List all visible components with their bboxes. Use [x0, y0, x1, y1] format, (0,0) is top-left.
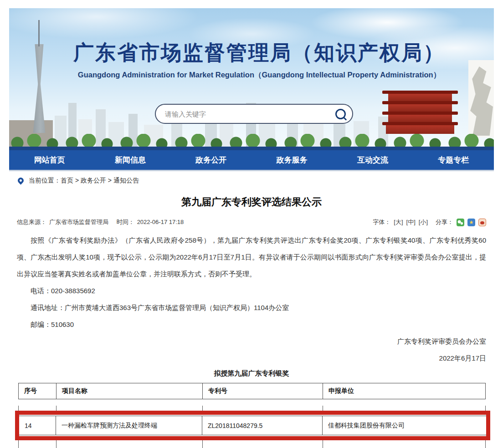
table-next-row-edge — [18, 440, 486, 448]
nav-item-gov-disclosure[interactable]: 政务公开 — [171, 150, 252, 170]
nav-item-news[interactable]: 新闻信息 — [90, 150, 170, 170]
location-pin-icon — [16, 176, 25, 184]
site-title-english: Guangdong Administration for Market Regu… — [9, 70, 494, 80]
pavilion-floor — [388, 94, 452, 101]
nav-item-home[interactable]: 网站首页 — [9, 150, 90, 170]
red-pavilion-graphic — [385, 91, 455, 134]
contact-phone-line: 电话：020-38835692 — [17, 282, 486, 299]
contact-postcode-line: 邮编：510630 — [17, 316, 486, 333]
article-content: 当前位置： 首页 > 政务公开 > 通知公告 第九届广东专利奖评选结果公示 信息… — [0, 170, 503, 448]
breadcrumb-path[interactable]: 首页 > 政务公开 > 通知公告 — [61, 177, 139, 185]
font-size-large-button[interactable]: [大] — [394, 218, 403, 226]
font-size-label: 字体： — [373, 218, 390, 226]
pavilion-roof — [382, 112, 458, 115]
signature-date: 2022年6月17日 — [17, 350, 486, 367]
column-header-index: 序号 — [19, 383, 56, 399]
source-label: 信息来源： — [17, 219, 46, 225]
pavilion-roof — [382, 91, 458, 94]
table-header-row: 序号 项目名称 专利号 申报单位 — [18, 383, 486, 399]
article-meta-right: 字体： [大] [中] [小] 分享： — [373, 218, 486, 226]
nav-item-interaction[interactable]: 互动交流 — [332, 150, 413, 170]
article-paragraph: 按照《广东省专利奖励办法》（广东省人民政府令258号），第九届广东专利奖共评选出… — [17, 232, 486, 282]
breadcrumb-label: 当前位置： — [29, 177, 61, 185]
site-banner: 广东省市场监督管理局（知识产权局） Guangdong Administrati… — [9, 8, 494, 150]
cell-patent-number: ZL201811048279.5 — [202, 416, 323, 435]
column-header-project-name: 项目名称 — [56, 383, 203, 399]
font-size-medium-button[interactable]: [中] — [406, 218, 416, 226]
source-value: 广东省市场监督管理局 — [49, 219, 108, 225]
table-title: 拟授第九届广东专利银奖 — [17, 369, 486, 378]
share-label: 分享： — [436, 218, 453, 226]
pavilion-floor — [388, 115, 452, 122]
banner-bottom-strip — [9, 147, 494, 150]
article-meta-bar: 信息来源：广东省市场监督管理局 时间：2022-06-17 17:18 字体： … — [17, 218, 486, 226]
search-icon[interactable] — [335, 109, 346, 119]
column-header-applicant: 申报单位 — [323, 383, 486, 399]
font-size-small-button[interactable]: [小] — [419, 218, 428, 226]
article-body: 按照《广东省专利奖励办法》（广东省人民政府令258号），第九届广东专利奖共评选出… — [17, 232, 486, 333]
column-header-patent-number: 专利号 — [203, 383, 323, 399]
cell-index: 14 — [19, 416, 56, 435]
cell-project-name: 一种漏检车牌预测方法及处理终端 — [56, 416, 202, 435]
nav-item-special-topics[interactable]: 专题专栏 — [413, 150, 494, 170]
page-title: 第九届广东专利奖评选结果公示 — [17, 195, 486, 209]
site-title: 广东省市场监督管理局（知识产权局） — [9, 39, 494, 66]
qzone-share-icon[interactable] — [467, 219, 475, 226]
main-navigation: 网站首页 新闻信息 政务公开 政务服务 互动交流 专题专栏 — [9, 150, 494, 170]
pavilion-roof — [382, 101, 458, 104]
cell-applicant: 佳都科技集团股份有限公司 — [323, 416, 486, 435]
article-meta-left: 信息来源：广东省市场监督管理局 时间：2022-06-17 17:18 — [17, 218, 186, 226]
pavilion-floor — [388, 104, 452, 112]
table-row-gap — [18, 399, 486, 411]
breadcrumb: 当前位置： 首页 > 政务公开 > 通知公告 — [17, 176, 486, 185]
banner-trees — [9, 134, 494, 148]
weibo-share-icon[interactable] — [478, 219, 486, 226]
nav-item-gov-services[interactable]: 政务服务 — [252, 150, 332, 170]
time-value: 2022-06-17 17:18 — [137, 219, 184, 225]
time-label: 时间： — [117, 219, 134, 225]
contact-address-line: 通讯地址：广州市黄埔大道西363号广东省市场监督管理局（知识产权局）1104办公… — [17, 299, 486, 316]
search-input[interactable] — [164, 110, 335, 118]
wechat-share-icon[interactable] — [457, 219, 464, 226]
highlighted-row-red-box: 14 一种漏检车牌预测方法及处理终端 ZL201811048279.5 佳都科技… — [15, 411, 490, 440]
signature-office: 广东专利奖评审委员会办公室 — [17, 333, 486, 350]
search-box[interactable] — [155, 104, 353, 124]
pavilion-base — [386, 125, 454, 134]
pavilion-roof — [382, 122, 458, 125]
table-row: 14 一种漏检车牌预测方法及处理终端 ZL201811048279.5 佳都科技… — [19, 416, 486, 435]
